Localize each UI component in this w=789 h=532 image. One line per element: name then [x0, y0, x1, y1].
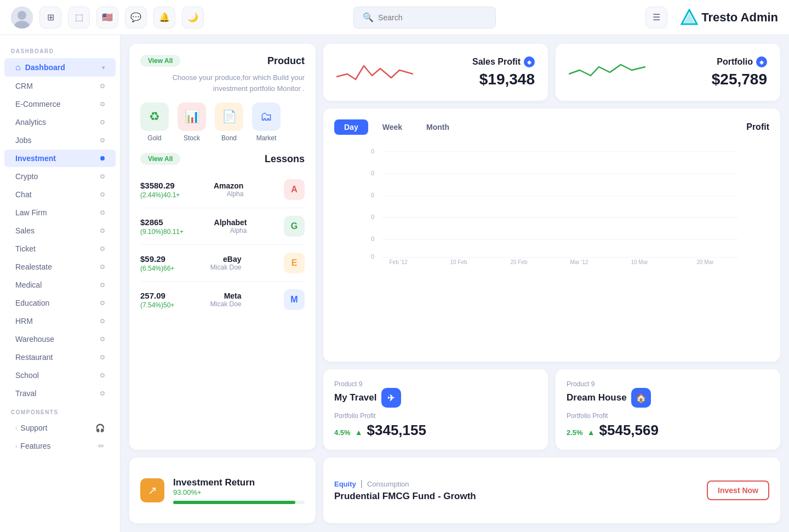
sidebar-label-school: School: [15, 371, 39, 380]
sidebar-item-restaurant[interactable]: Restaurant: [4, 348, 116, 366]
search-icon: 🔍: [363, 12, 374, 22]
flag-icon[interactable]: 🇺🇸: [96, 7, 118, 28]
left-panel: View All Product Choose your produce,for…: [129, 44, 316, 450]
travel-product: Product 9: [334, 380, 401, 388]
lessons-header: View All Lessons: [140, 153, 305, 165]
portfolio-stat-card: Portfolio ◈ $25,789: [556, 44, 780, 101]
ebay-price: $59.29: [140, 254, 174, 264]
sidebar-item-ticket[interactable]: Ticket: [4, 240, 116, 258]
sidebar-item-lawfirm[interactable]: Law Firm: [4, 204, 116, 221]
sidebar-item-hrm[interactable]: HRM: [4, 312, 116, 330]
amazon-avatar: A: [284, 179, 305, 200]
dashboard-section-label: DASHBOARD: [0, 42, 120, 58]
sidebar-dot-school: [100, 373, 105, 377]
sidebar-label-realestate: Realestate: [15, 262, 52, 271]
asset-market[interactable]: 🗂 Market: [252, 102, 281, 142]
asset-bond[interactable]: 📄 Bond: [215, 102, 243, 142]
sidebar-item-investment[interactable]: Investment: [4, 150, 116, 167]
moon-icon[interactable]: 🌙: [182, 7, 204, 28]
gold-icon: ♻: [140, 102, 169, 131]
sidebar-label-support: Support: [20, 424, 47, 432]
svg-text:10 Mar: 10 Mar: [631, 259, 648, 264]
svg-text:20 Mar: 20 Mar: [696, 259, 714, 264]
svg-text:Feb '12: Feb '12: [389, 259, 407, 264]
fund-consumption: Consumption: [367, 480, 409, 488]
sidebar-dot-ticket: [100, 247, 105, 251]
asset-stock[interactable]: 📊 Stock: [178, 102, 206, 142]
sidebar-dot-medical: [100, 283, 105, 287]
sidebar-item-analytics[interactable]: Analytics: [4, 113, 116, 131]
sidebar-item-jobs[interactable]: Jobs: [4, 131, 116, 149]
invest-now-button[interactable]: Invest Now: [707, 480, 769, 500]
amazon-price: $3580.29: [140, 181, 180, 190]
portfolio-row: Product 9 My Travel ✈ Portfolio Profit 4…: [323, 369, 780, 450]
search-input[interactable]: [378, 13, 487, 22]
sidebar-item-sales[interactable]: Sales: [4, 222, 116, 239]
sidebar-item-medical[interactable]: Medical: [4, 276, 116, 294]
alphabet-sub: Alpha: [214, 227, 247, 234]
sidebar-item-crm[interactable]: CRM: [4, 77, 116, 95]
grid-icon[interactable]: ⊞: [39, 7, 61, 28]
layout-icon[interactable]: ⬚: [68, 7, 90, 28]
sidebar-label-analytics: Analytics: [15, 118, 46, 127]
sidebar-dot-lawfirm: [100, 210, 105, 215]
lessons-view-all-button[interactable]: View All: [140, 153, 180, 165]
sidebar-item-chat[interactable]: Chat: [4, 186, 116, 203]
bell-icon[interactable]: 🔔: [153, 7, 175, 28]
profit-tabs: Day Week Month: [334, 119, 459, 135]
home-icon: ⌂: [15, 62, 21, 72]
sidebar-item-dashboard[interactable]: ⌂ Dashboard ▾: [4, 58, 116, 77]
profit-title: Profit: [746, 122, 769, 132]
sidebar-item-warehouse[interactable]: Warehouse: [4, 330, 116, 348]
lesson-item-ebay: $59.29 (6.54%)66+ eBay Micak Doe E: [140, 245, 305, 282]
product-desc: Choose your produce,for which Build your…: [140, 72, 305, 94]
support-icon: 🎧: [95, 424, 105, 432]
sidebar-label-chat: Chat: [15, 190, 32, 199]
topnav-center: 🔍: [204, 7, 645, 28]
svg-text:0: 0: [371, 192, 374, 198]
svg-text:0: 0: [371, 214, 374, 220]
tab-day[interactable]: Day: [334, 119, 368, 135]
sidebar-label-ecommerce: E-Commerce: [15, 100, 60, 108]
ebay-avatar: E: [284, 253, 305, 273]
brand: Tresto Admin: [681, 9, 778, 26]
sidebar-dot-realestate: [100, 265, 105, 269]
fund-sep: |: [361, 479, 363, 489]
sidebar-item-realestate[interactable]: Realestate: [4, 258, 116, 276]
menu-icon[interactable]: ☰: [645, 7, 667, 28]
svg-text:20 Feb: 20 Feb: [510, 259, 528, 264]
fund-top: Equity | Consumption: [334, 479, 476, 489]
sidebar-item-crypto[interactable]: Crypto: [4, 168, 116, 185]
tab-week[interactable]: Week: [373, 119, 412, 135]
tab-month[interactable]: Month: [416, 119, 459, 135]
avatar[interactable]: [11, 7, 33, 28]
house-value: $545,569: [599, 422, 659, 439]
profit-svg: 0 0 0 0 0 0: [334, 144, 769, 264]
sidebar-item-education[interactable]: Education: [4, 294, 116, 312]
svg-text:0: 0: [371, 148, 374, 155]
sidebar-item-ecommerce[interactable]: E-Commerce: [4, 95, 116, 113]
sidebar-item-traval[interactable]: Traval: [4, 385, 116, 402]
sidebar: DASHBOARD ⌂ Dashboard ▾ CRM E-Commerce A…: [0, 35, 121, 532]
sidebar-dot-traval: [100, 391, 105, 396]
fund-card: Equity | Consumption Prudential FMCG Fun…: [323, 457, 780, 523]
ebay-change: (6.54%)66+: [140, 265, 174, 272]
sidebar-item-school[interactable]: School: [4, 367, 116, 384]
svg-text:Mar '12: Mar '12: [570, 259, 588, 264]
alphabet-avatar: G: [284, 216, 305, 237]
chat-icon[interactable]: 💬: [125, 7, 147, 28]
sidebar-item-support[interactable]: ‹ Support 🎧: [4, 419, 116, 437]
sales-profit-icon: ◈: [524, 56, 535, 67]
bottom-row: ↗ Investment Return 93.00%+ Equity |: [129, 457, 780, 523]
invest-progress-fill: [173, 501, 295, 504]
sidebar-dot-jobs: [100, 138, 105, 142]
sidebar-item-features[interactable]: ‹ Features ✏: [4, 437, 116, 455]
asset-gold[interactable]: ♻ Gold: [140, 102, 169, 142]
product-view-all-button[interactable]: View All: [140, 55, 180, 67]
product-header: View All Product: [140, 55, 305, 67]
sidebar-dot-warehouse: [100, 337, 105, 341]
portfolio-icon: ◈: [756, 56, 767, 67]
sidebar-label-hrm: HRM: [15, 317, 33, 325]
portfolio-card-travel: Product 9 My Travel ✈ Portfolio Profit 4…: [323, 369, 548, 450]
topnav: ⊞ ⬚ 🇺🇸 💬 🔔 🌙 🔍 ☰ Tresto Admin: [0, 0, 789, 35]
